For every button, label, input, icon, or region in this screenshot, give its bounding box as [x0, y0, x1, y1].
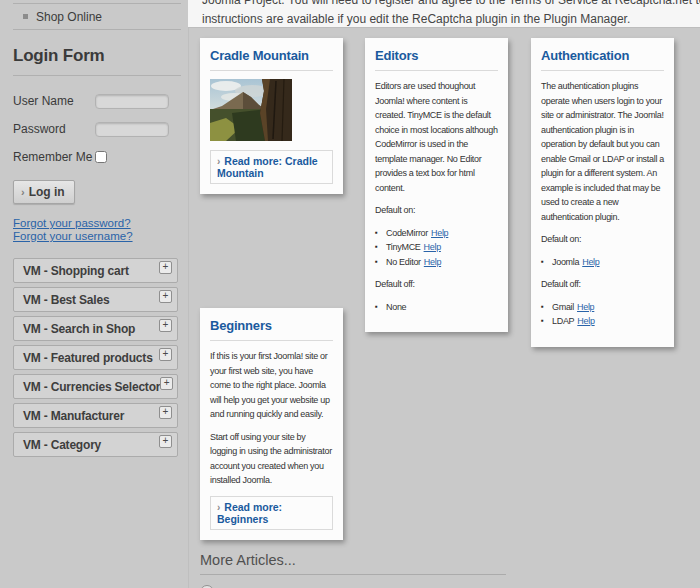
login-help-links: Forgot your password?Forgot your usernam…: [13, 217, 188, 243]
help-link[interactable]: Help: [424, 242, 441, 252]
read-more-button[interactable]: ›Read more: Cradle Mountain: [210, 150, 333, 184]
default-on-list: JoomlaHelp: [541, 255, 664, 270]
expand-plus-icon[interactable]: [159, 348, 172, 361]
vm-module-header[interactable]: VM - Manufacturer: [13, 403, 178, 428]
vm-module-title: VM - Manufacturer: [23, 409, 124, 423]
read-more-label: Read more: Beginners: [217, 501, 282, 525]
vm-module-header[interactable]: VM - Category: [13, 432, 178, 457]
vm-module-title: VM - Category: [23, 438, 101, 452]
article-paragraph: Editors are used thoughout Joomla! where…: [375, 79, 498, 195]
default-off-label: Default off:: [541, 277, 664, 292]
plugin-list-item: JoomlaHelp: [541, 255, 664, 270]
plugin-list-item: CodeMirrorHelp: [375, 226, 498, 241]
vm-module-list: VM - Shopping cart VM - Best Sales VM - …: [13, 258, 178, 457]
forgot-link[interactable]: Forgot your username?: [13, 230, 188, 243]
article-paragraph: If this is your first Joomla! site or yo…: [210, 349, 333, 422]
sidebar-menu-item-shop-online[interactable]: Shop Online: [13, 3, 181, 30]
help-link[interactable]: Help: [577, 302, 594, 312]
article-title: Editors: [375, 46, 498, 71]
article-card-cradle-mountain: Cradle Mountain ›Read more: Cradle Mount…: [200, 38, 343, 194]
notice-line-2: instructions are available if you edit t…: [188, 10, 700, 28]
forgot-link[interactable]: Forgot your password?: [13, 217, 188, 230]
help-link[interactable]: Help: [424, 257, 441, 267]
sidebar-divider: [188, 28, 189, 588]
read-more-button[interactable]: ›Read more: Beginners: [210, 496, 333, 530]
article-paragraph: Start off using your site by logging in …: [210, 430, 333, 488]
article-title: Authentication: [541, 46, 664, 71]
password-label: Password: [13, 122, 95, 136]
expand-plus-icon[interactable]: [160, 377, 173, 390]
article-card-editors: Editors Editors are used thoughout Jooml…: [365, 38, 508, 332]
expand-plus-icon[interactable]: [159, 261, 172, 274]
default-off-list: GmailHelp LDAPHelp: [541, 300, 664, 329]
plugin-name: TinyMCE: [386, 242, 421, 252]
plugin-list-item: GmailHelp: [541, 300, 664, 315]
vm-module-title: VM - Shopping cart: [23, 264, 129, 278]
vm-module-header[interactable]: VM - Best Sales: [13, 287, 178, 312]
more-articles-title: More Articles...: [200, 552, 506, 575]
plugin-list-item: LDAPHelp: [541, 314, 664, 329]
vm-module-title: VM - Search in Shop: [23, 322, 135, 336]
vm-module-title: VM - Featured products: [23, 351, 153, 365]
vm-module-title: VM - Best Sales: [23, 293, 109, 307]
help-link[interactable]: Help: [582, 257, 599, 267]
help-link[interactable]: Help: [431, 228, 448, 238]
username-input[interactable]: [95, 94, 169, 109]
chevron-right-icon: ›: [217, 502, 220, 513]
plugin-name: CodeMirror: [386, 228, 428, 238]
expand-plus-icon[interactable]: [159, 290, 172, 303]
notice-line-1: Joomla Project. You will need to registe…: [188, 0, 700, 10]
login-button[interactable]: ›Log in: [13, 180, 75, 204]
login-button-label: Log in: [29, 185, 65, 199]
article-title: Cradle Mountain: [210, 46, 333, 71]
read-more-label: Read more: Cradle Mountain: [217, 155, 318, 179]
username-label: User Name: [13, 94, 95, 108]
default-off-label: Default off:: [375, 277, 498, 292]
chevron-right-icon: ›: [217, 156, 220, 167]
plugin-name: Joomla: [552, 257, 579, 267]
article-card-authentication: Authentication The authentication plugin…: [531, 38, 674, 347]
vm-module-header[interactable]: VM - Search in Shop: [13, 316, 178, 341]
square-bullet-icon: [23, 14, 28, 19]
menu-item-label: Shop Online: [36, 10, 102, 24]
sidebar: Shop Online Login Form User Name Passwor…: [0, 0, 188, 588]
expand-plus-icon[interactable]: [159, 435, 172, 448]
help-link[interactable]: Help: [577, 316, 594, 326]
vm-module-header[interactable]: VM - Currencies Selector: [13, 374, 178, 399]
cradle-mountain-photo: [210, 79, 292, 141]
plugin-list-item: None: [375, 300, 498, 315]
recaptcha-notice: Joomla Project. You will need to registe…: [188, 0, 700, 28]
remember-me-label: Remember Me: [13, 150, 95, 164]
default-off-list: None: [375, 300, 498, 315]
plugin-list-item: TinyMCEHelp: [375, 240, 498, 255]
password-input[interactable]: [95, 122, 169, 137]
chevron-right-icon: ›: [21, 186, 25, 198]
plugin-name: None: [386, 302, 406, 312]
vm-module-title: VM - Currencies Selector: [23, 380, 160, 394]
article-title: Beginners: [210, 316, 333, 341]
expand-plus-icon[interactable]: [159, 319, 172, 332]
vm-module-header[interactable]: VM - Featured products: [13, 345, 178, 370]
default-on-label: Default on:: [375, 203, 498, 218]
article-card-beginners: Beginners If this is your first Joomla! …: [200, 308, 343, 540]
vm-module-header[interactable]: VM - Shopping cart: [13, 258, 178, 283]
expand-plus-icon[interactable]: [159, 406, 172, 419]
default-on-label: Default on:: [541, 232, 664, 247]
plugin-name: No Editor: [386, 257, 421, 267]
more-articles-section: More Articles... Upgraders Professionals: [200, 552, 506, 588]
plugin-name: LDAP: [552, 316, 574, 326]
remember-me-checkbox[interactable]: [95, 151, 107, 163]
login-form-title: Login Form: [13, 46, 181, 76]
default-on-list: CodeMirrorHelp TinyMCEHelp No EditorHelp: [375, 226, 498, 270]
plugin-name: Gmail: [552, 302, 574, 312]
plugin-list-item: No EditorHelp: [375, 255, 498, 270]
article-paragraph: The authentication plugins operate when …: [541, 79, 664, 224]
